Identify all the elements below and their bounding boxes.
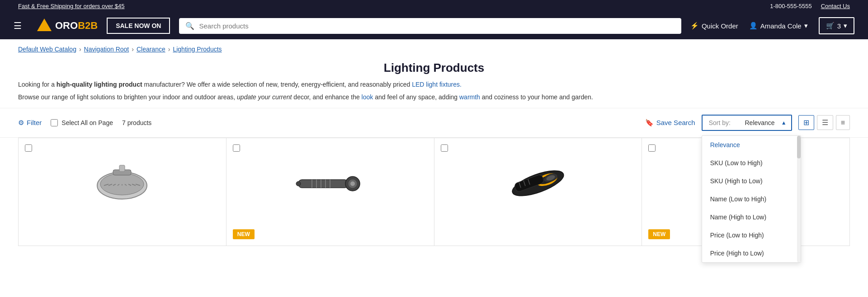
product-image-3	[502, 152, 574, 215]
user-menu[interactable]: 👤 Amanda Cole ▾	[749, 22, 808, 30]
sort-wrapper: Sort by: Relevance ▲ Relevance SKU (Low …	[702, 115, 792, 131]
sort-chevron-icon: ▲	[781, 120, 787, 126]
user-icon: 👤	[749, 22, 758, 30]
product-image-area-2	[226, 138, 434, 228]
select-all-checkbox[interactable]	[51, 119, 58, 126]
sort-option-price-high[interactable]: Price (High to Low)	[702, 244, 801, 262]
lightning-icon: ⚡	[690, 22, 699, 30]
bookmark-icon: 🔖	[645, 119, 654, 127]
logo-icon	[35, 17, 53, 35]
sort-option-price-low[interactable]: Price (Low to High)	[702, 226, 801, 244]
svg-rect-23	[296, 181, 301, 186]
sort-option-name-low[interactable]: Name (Low to High)	[702, 190, 801, 208]
breadcrumb: Default Web Catalog › Navigation Root › …	[0, 39, 868, 56]
cart-button[interactable]: 🛒 3 ▾	[819, 17, 854, 34]
breadcrumb-item-2[interactable]: Clearance	[137, 46, 165, 53]
product-count: 7 products	[122, 119, 151, 126]
svg-rect-14	[298, 180, 348, 188]
product-image-area-1	[19, 138, 226, 228]
svg-marker-0	[37, 19, 52, 31]
quick-order-button[interactable]: ⚡ Quick Order	[690, 22, 738, 30]
top-bar-right: 1-800-555-5555 Contact Us	[770, 3, 850, 9]
product-checkbox-4[interactable]	[648, 144, 656, 152]
breadcrumb-item-1[interactable]: Navigation Root	[84, 46, 129, 53]
product-checkbox-3[interactable]	[441, 144, 448, 152]
page-title: Lighting Products	[0, 56, 868, 79]
sort-dropdown-menu: Relevance SKU (Low to High) SKU (High to…	[702, 135, 801, 263]
chevron-down-icon: ▾	[804, 22, 808, 30]
hamburger-icon[interactable]: ☰	[14, 20, 22, 31]
toolbar-right: 🔖 Save Search Sort by: Relevance ▲ Relev…	[645, 115, 850, 131]
product-card-2: NEW	[226, 138, 434, 246]
product-image-2	[294, 152, 366, 215]
cart-chevron-icon: ▾	[844, 22, 847, 30]
sort-value: Relevance	[745, 119, 775, 126]
description-line1: Looking for a high-quality lighting prod…	[18, 79, 850, 89]
top-bar: Fast & Free Shipping for orders over $45…	[0, 0, 868, 12]
compact-view-button[interactable]: ≡	[836, 115, 850, 130]
sort-option-relevance[interactable]: Relevance	[702, 136, 801, 154]
product-checkbox-1[interactable]	[25, 144, 32, 152]
view-icons: ⊞ ☰ ≡	[798, 115, 850, 130]
breadcrumb-sep-1: ›	[132, 46, 134, 53]
logo-text: OROB2B	[55, 20, 98, 32]
select-all-checkbox-label[interactable]: Select All on Page	[51, 119, 113, 126]
header: ☰ OROB2B SALE NOW ON 🔍 ⚡ Quick Order 👤 A…	[0, 12, 868, 39]
product-card-3	[434, 138, 642, 246]
dropdown-scrollbar[interactable]	[797, 136, 801, 262]
grid-view-button[interactable]: ⊞	[798, 115, 814, 130]
sort-by-label: Sort by:	[709, 119, 731, 126]
cart-icon: 🛒	[826, 22, 835, 30]
product-badge-2: NEW	[233, 229, 255, 239]
sort-option-sku-low[interactable]: SKU (Low to High)	[702, 154, 801, 172]
product-badge-4: NEW	[648, 229, 670, 239]
list-view-button[interactable]: ☰	[817, 115, 833, 130]
phone-number: 1-800-555-5555	[770, 3, 812, 9]
logo[interactable]: OROB2B	[35, 17, 98, 35]
product-image-area-3	[434, 138, 642, 228]
product-image-1	[86, 152, 158, 215]
filter-icon: ⚙	[18, 119, 24, 127]
svg-rect-4	[119, 165, 125, 172]
sale-button[interactable]: SALE NOW ON	[107, 18, 170, 34]
search-icon: 🔍	[185, 22, 194, 30]
filter-button[interactable]: ⚙ Filter	[18, 119, 42, 127]
breadcrumb-item-0[interactable]: Default Web Catalog	[18, 46, 76, 53]
sort-option-sku-high[interactable]: SKU (High to Low)	[702, 172, 801, 190]
contact-link[interactable]: Contact Us	[821, 3, 850, 9]
sort-option-name-high[interactable]: Name (High to Low)	[702, 208, 801, 226]
toolbar: ⚙ Filter Select All on Page 7 products 🔖…	[0, 108, 868, 138]
breadcrumb-sep-0: ›	[79, 46, 81, 53]
search-input[interactable]	[199, 22, 675, 30]
sort-dropdown[interactable]: Sort by: Relevance ▲	[702, 115, 792, 131]
svg-point-17	[350, 181, 355, 186]
product-card-1	[18, 138, 226, 246]
description: Looking for a high-quality lighting prod…	[0, 79, 868, 105]
breadcrumb-item-3[interactable]: Lighting Products	[173, 46, 222, 53]
save-search-button[interactable]: 🔖 Save Search	[645, 119, 695, 127]
dropdown-scrollbar-thumb	[797, 136, 801, 158]
shipping-banner: Fast & Free Shipping for orders over $45	[18, 3, 125, 9]
product-checkbox-2[interactable]	[233, 144, 240, 152]
breadcrumb-sep-2: ›	[168, 46, 170, 53]
description-line2: Browse our range of light solutions to b…	[18, 92, 850, 102]
header-actions: ⚡ Quick Order 👤 Amanda Cole ▾ 🛒 3 ▾	[690, 17, 854, 34]
search-bar: 🔍	[179, 18, 681, 34]
